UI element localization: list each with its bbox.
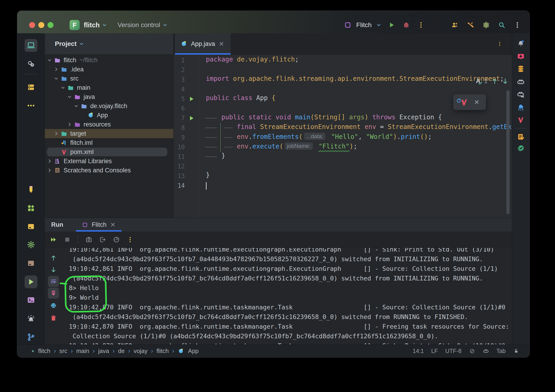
- atom-plugin-button[interactable]: [482, 21, 490, 29]
- services-tool-button[interactable]: [25, 238, 37, 251]
- close-icon[interactable]: ✕: [474, 98, 479, 106]
- git-tool-button[interactable]: [25, 331, 37, 344]
- main-menu-button[interactable]: [513, 21, 522, 29]
- terminal-tool-button[interactable]: [25, 294, 37, 306]
- breadcrumb-item[interactable]: flitch: [157, 348, 169, 355]
- more-tool-windows-button[interactable]: [25, 99, 37, 112]
- archive-tool-button[interactable]: [25, 257, 37, 270]
- robot-plugin-button[interactable]: [514, 75, 527, 88]
- run-button[interactable]: [387, 21, 396, 29]
- tree-item-pom[interactable]: pom.xml: [45, 147, 173, 157]
- inspections-widget[interactable]: A 1: [476, 78, 509, 85]
- maven-reload-popup[interactable]: ✕: [453, 94, 486, 110]
- print-console-button[interactable]: [48, 300, 59, 311]
- tree-item-resources[interactable]: resources: [45, 120, 173, 129]
- code-with-me-button[interactable]: [451, 21, 459, 29]
- build-tools-button[interactable]: [466, 21, 475, 29]
- robot-chat-button[interactable]: [514, 88, 527, 101]
- cloud-services-button[interactable]: [514, 101, 527, 114]
- run-config-selector[interactable]: Flitch: [356, 21, 372, 29]
- file-encoding[interactable]: UTF-8: [445, 348, 462, 354]
- quality-check-button[interactable]: [514, 142, 527, 155]
- profiler-button[interactable]: [111, 235, 121, 245]
- breadcrumb-item[interactable]: flitch: [38, 348, 50, 355]
- problems-tool-button[interactable]: [25, 312, 37, 325]
- file-writable-icon[interactable]: [513, 348, 519, 354]
- chevron-right-icon[interactable]: [47, 167, 53, 173]
- run-line-button[interactable]: [188, 115, 195, 122]
- close-tab-icon[interactable]: ✕: [219, 40, 224, 48]
- ai-assistant-button[interactable]: [514, 50, 527, 63]
- highlighting-level-icon[interactable]: [469, 348, 475, 354]
- editor-scrollbar[interactable]: [506, 90, 510, 214]
- tree-item-iml[interactable]: flitch.iml: [45, 138, 173, 147]
- chevron-right-icon[interactable]: [47, 158, 53, 164]
- tree-item-package[interactable]: de.vojay.flitch: [45, 102, 173, 111]
- close-window-button[interactable]: [29, 22, 35, 28]
- prev-problem-button[interactable]: [491, 78, 498, 85]
- tree-item-target[interactable]: target: [45, 129, 173, 138]
- soft-wrap-button[interactable]: [48, 276, 59, 287]
- tab-app-java[interactable]: App.java ✕: [175, 33, 231, 54]
- caret-position[interactable]: 14:1: [413, 348, 424, 354]
- more-run-actions-button[interactable]: [416, 21, 425, 29]
- chevron-down-icon[interactable]: [60, 85, 67, 91]
- vcs-menu[interactable]: Version control: [117, 21, 160, 29]
- breadcrumb-item[interactable]: src: [59, 348, 67, 355]
- scroll-up-button[interactable]: [48, 253, 59, 263]
- rerun-button[interactable]: [48, 235, 58, 245]
- chevron-down-icon[interactable]: [47, 57, 53, 63]
- chevron-right-icon[interactable]: [53, 66, 60, 72]
- chevron-down-icon[interactable]: [66, 94, 73, 100]
- tree-item-src[interactable]: src: [45, 74, 173, 83]
- project-panel-header[interactable]: Project: [45, 33, 173, 55]
- export-console-button[interactable]: [98, 235, 108, 245]
- tree-item-idea[interactable]: .idea: [45, 65, 173, 74]
- tree-item-flitch[interactable]: flitch~/flitch: [45, 56, 173, 65]
- tab-options-button[interactable]: [496, 39, 504, 49]
- plugins-tool-button[interactable]: [25, 202, 37, 215]
- run-console[interactable]: 19:10:42,861 INFO org.apache.flink.runti…: [45, 248, 512, 344]
- scroll-to-end-button[interactable]: [48, 288, 59, 298]
- notifications-button[interactable]: [514, 37, 527, 50]
- chevron-down-icon[interactable]: [53, 75, 60, 81]
- scroll-down-button[interactable]: [48, 264, 59, 275]
- breadcrumb-item[interactable]: main: [76, 348, 89, 355]
- minimize-window-button[interactable]: [38, 22, 44, 28]
- snapshot-button[interactable]: [84, 235, 94, 245]
- clear-console-button[interactable]: [48, 312, 59, 324]
- tree-item-main[interactable]: main: [45, 83, 173, 92]
- close-run-tab-icon[interactable]: ✕: [110, 221, 116, 229]
- task-list-button[interactable]: [514, 130, 527, 143]
- breadcrumb-item[interactable]: de: [118, 348, 125, 355]
- run-line-button[interactable]: [188, 95, 195, 102]
- assistant-help-button[interactable]: ?: [25, 58, 37, 71]
- zoom-window-button[interactable]: [48, 22, 53, 28]
- tree-item-scratches[interactable]: Scratches and Consoles: [45, 166, 173, 175]
- notes-tool-button[interactable]: [25, 183, 37, 196]
- database-button[interactable]: [514, 62, 527, 75]
- line-separator[interactable]: LF: [431, 348, 438, 354]
- maven-v-button[interactable]: [514, 113, 527, 126]
- chevron-right-icon[interactable]: [66, 121, 73, 127]
- stop-button[interactable]: [62, 235, 72, 245]
- breadcrumb-item[interactable]: App: [188, 348, 198, 355]
- tree-item-app[interactable]: App: [45, 111, 173, 120]
- run-tab-flitch[interactable]: Flitch ✕: [76, 218, 121, 232]
- structure-tool-button[interactable]: [25, 81, 37, 94]
- project-tool-button[interactable]: [25, 39, 37, 52]
- copilot-status-icon[interactable]: [483, 348, 489, 354]
- next-problem-button[interactable]: [502, 78, 509, 85]
- project-menu[interactable]: flitch: [84, 21, 100, 29]
- chevron-down-icon[interactable]: [73, 103, 80, 109]
- tree-item-java[interactable]: java: [45, 92, 173, 102]
- code-editor[interactable]: 1234567891011121314 package de.vojay.fli…: [174, 55, 512, 218]
- breadcrumb-item[interactable]: vojay: [134, 348, 148, 355]
- indent-style[interactable]: Tab: [497, 348, 506, 354]
- run-tool-button[interactable]: [25, 276, 37, 288]
- search-everywhere-button[interactable]: [497, 21, 506, 29]
- debug-button[interactable]: [402, 21, 411, 29]
- tree-item-external-libraries[interactable]: External Libraries: [45, 157, 173, 166]
- chevron-right-icon[interactable]: [53, 131, 60, 137]
- breadcrumb-item[interactable]: java: [98, 348, 109, 355]
